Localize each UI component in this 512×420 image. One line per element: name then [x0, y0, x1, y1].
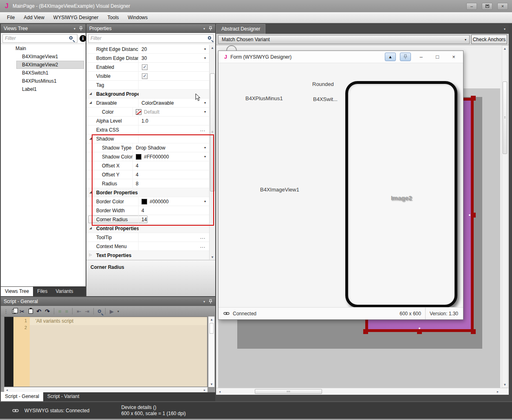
- tree-item-b4xswitch1[interactable]: B4XSwitch1: [1, 69, 86, 77]
- property-label-corner-radius[interactable]: Corner Radius: [86, 215, 139, 224]
- scroll-up-icon[interactable]: ▲: [210, 45, 215, 51]
- tree-item-b4xplusminus1[interactable]: B4XPlusMinus1: [1, 77, 86, 85]
- property-value[interactable]: 30: [141, 55, 147, 61]
- pin-window-button[interactable]: [400, 53, 411, 61]
- scroll-down-icon[interactable]: ▼: [209, 381, 214, 387]
- property-value[interactable]: 4: [136, 172, 139, 178]
- property-value[interactable]: 4: [136, 163, 139, 169]
- bring-to-front-button[interactable]: ▲: [385, 53, 396, 61]
- form-title-bar[interactable]: J Form (WYSIWYG Designer) ▲ – □ ×: [218, 51, 463, 63]
- resize-handle[interactable]: [417, 329, 422, 334]
- scroll-right-icon[interactable]: ▸: [495, 388, 501, 395]
- property-value[interactable]: 20: [141, 46, 147, 52]
- property-value[interactable]: #FF000000: [144, 154, 169, 160]
- expander-collapsed-icon[interactable]: ▷: [89, 253, 92, 257]
- property-value[interactable]: [139, 81, 209, 89]
- view-b4xplusminus1[interactable]: B4XPlusMinus1: [245, 95, 283, 101]
- designer-vscrollbar[interactable]: ▲ ▼: [502, 45, 508, 388]
- tab-abstract-designer[interactable]: Abstract Designer: [216, 24, 265, 34]
- scrollbar-thumb[interactable]: [255, 389, 322, 394]
- menu-tools[interactable]: Tools: [103, 13, 124, 22]
- editor-vscrollbar[interactable]: ▲ ▼: [208, 317, 214, 387]
- resize-handle[interactable]: [471, 329, 476, 334]
- menu-add-view[interactable]: Add View: [19, 13, 49, 22]
- property-value[interactable]: 8: [136, 181, 139, 187]
- scroll-up-icon[interactable]: ▲: [209, 317, 214, 322]
- panel-menu-icon[interactable]: ▾: [74, 27, 75, 31]
- panel-menu-icon[interactable]: ▾: [203, 300, 205, 303]
- view-b4ximageview1[interactable]: B4XImageView1: [260, 187, 299, 193]
- tab-files[interactable]: Files: [33, 287, 51, 296]
- property-value[interactable]: Drop Shadow: [136, 145, 166, 151]
- script-editor[interactable]: 1 2 'All variants script: [4, 317, 207, 387]
- tree-item-main[interactable]: Main: [1, 44, 86, 53]
- designer-hscrollbar[interactable]: ◂ ▸: [216, 388, 509, 395]
- view-b4ximageview2-rounded[interactable]: Image2: [345, 81, 457, 307]
- undo-icon[interactable]: ↶: [37, 308, 42, 314]
- pin-icon[interactable]: [209, 26, 212, 31]
- resize-handle[interactable]: [363, 329, 368, 334]
- label-rounded[interactable]: Rounded: [312, 81, 334, 87]
- chevron-down-icon[interactable]: ▾: [204, 146, 206, 150]
- ellipsis-button[interactable]: ...: [200, 243, 205, 249]
- form-minimize-button[interactable]: –: [415, 54, 427, 60]
- scrollbar-thumb[interactable]: [210, 73, 215, 191]
- chevron-down-icon[interactable]: ▾: [204, 200, 206, 203]
- info-icon[interactable]: i: [79, 35, 86, 42]
- panel-menu-icon[interactable]: ▾: [203, 27, 205, 31]
- tab-variants[interactable]: Variants: [51, 287, 77, 296]
- code-area[interactable]: 'All variants script: [30, 317, 207, 387]
- scroll-up-icon[interactable]: ▲: [502, 46, 508, 51]
- property-value[interactable]: 1.0: [141, 118, 148, 124]
- restore-button[interactable]: [482, 3, 492, 10]
- expander-icon[interactable]: ◢: [89, 92, 92, 95]
- scroll-down-icon[interactable]: ▼: [502, 382, 508, 387]
- variant-combobox[interactable]: Match Chosen Variant ▾: [218, 35, 470, 44]
- toolbar-overflow-icon[interactable]: ▾: [117, 310, 119, 313]
- scroll-left-icon[interactable]: ◂: [217, 388, 223, 395]
- form-design-surface[interactable]: Rounded B4XPlusMinus1 B4XSwit... B4XImag…: [218, 63, 463, 307]
- color-swatch-black[interactable]: [136, 154, 141, 160]
- property-value[interactable]: #000000: [150, 199, 169, 205]
- form-maximize-button[interactable]: □: [431, 54, 444, 60]
- scrollbar-thumb[interactable]: [503, 81, 507, 154]
- tree-item-label1[interactable]: Label1: [1, 85, 86, 93]
- menu-wysiwyg-designer[interactable]: WYSIWYG Designer: [49, 13, 103, 22]
- close-button[interactable]: ×: [497, 3, 508, 10]
- property-value[interactable]: 14: [141, 217, 147, 222]
- chevron-down-icon[interactable]: ▾: [204, 101, 206, 105]
- ellipsis-button[interactable]: ...: [200, 234, 205, 240]
- enabled-checkbox[interactable]: ✓: [142, 64, 148, 70]
- copy-icon[interactable]: [12, 309, 16, 314]
- color-swatch-default[interactable]: [136, 109, 141, 115]
- chevron-down-icon[interactable]: ▾: [204, 47, 206, 51]
- redo-icon[interactable]: ↷: [45, 308, 50, 314]
- property-value[interactable]: Default: [144, 109, 159, 115]
- pin-icon[interactable]: [209, 299, 212, 304]
- pin-icon[interactable]: [79, 26, 83, 31]
- tab-script-variant[interactable]: Script - Variant: [43, 392, 83, 401]
- chevron-down-icon[interactable]: ▾: [204, 155, 206, 158]
- minimize-button[interactable]: –: [466, 3, 477, 10]
- menu-windows[interactable]: Windows: [124, 13, 152, 22]
- resize-handle[interactable]: [471, 213, 476, 218]
- ellipsis-button[interactable]: ...: [200, 127, 205, 132]
- resize-handle[interactable]: [471, 96, 476, 101]
- properties-scrollbar[interactable]: ▲ ▼: [209, 45, 215, 260]
- indent-icon[interactable]: ⇥: [85, 309, 89, 314]
- run-icon[interactable]: ▶: [110, 309, 114, 314]
- expander-icon[interactable]: ◢: [89, 101, 92, 104]
- find-icon[interactable]: [98, 310, 101, 313]
- panel-menu-icon[interactable]: ▾: [504, 27, 505, 31]
- expander-icon[interactable]: ◢: [89, 226, 92, 230]
- tree-item-b4ximageview2[interactable]: B4XImageView2: [16, 61, 84, 69]
- outdent-icon[interactable]: ⇤: [77, 309, 81, 314]
- properties-filter-input[interactable]: [88, 34, 214, 43]
- scroll-right-icon[interactable]: ▸: [202, 387, 207, 392]
- expander-icon[interactable]: ◢: [89, 191, 92, 194]
- format-icon[interactable]: ≡: [58, 309, 62, 314]
- view-b4xswitch1[interactable]: B4XSwit...: [313, 96, 338, 102]
- tree-item-b4ximageview1[interactable]: B4XImageView1: [1, 53, 86, 61]
- scroll-down-icon[interactable]: ▼: [210, 254, 215, 260]
- form-close-button[interactable]: ×: [448, 54, 460, 60]
